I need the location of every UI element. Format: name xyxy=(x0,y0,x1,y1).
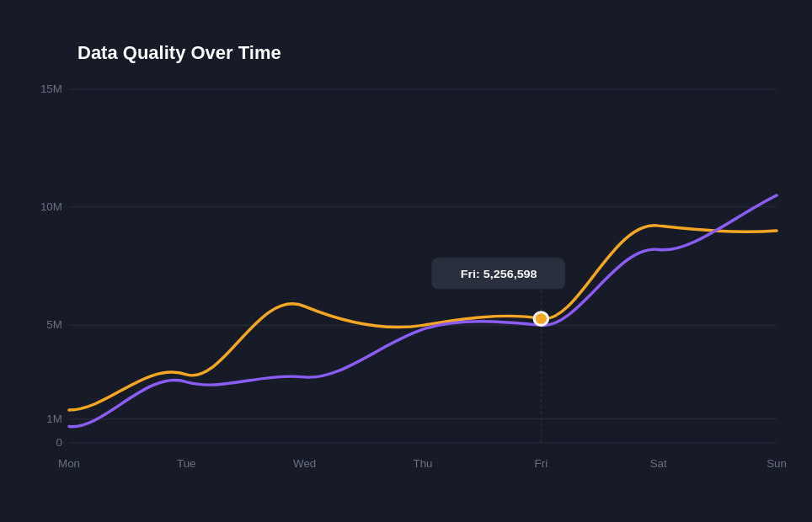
tooltip-text: Fri: 5,256,598 xyxy=(461,267,537,280)
x-label-tue: Tue xyxy=(177,458,195,471)
y-label-15m: 15M xyxy=(40,83,62,95)
x-label-mon: Mon xyxy=(58,458,80,471)
tooltip-dot xyxy=(534,312,548,326)
x-label-sun: Sun xyxy=(767,458,787,471)
x-label-wed: Wed xyxy=(293,458,316,471)
chart-container: Data Quality Over Time 15M 10M 5M 1M 0 M… xyxy=(19,17,793,505)
chart-svg: 15M 10M 5M 1M 0 Mon Tue Wed Thu Fri Sat … xyxy=(69,89,777,443)
purple-line xyxy=(69,195,777,427)
x-label-sat: Sat xyxy=(650,458,667,471)
y-label-5m: 5M xyxy=(46,319,61,332)
chart-area: 15M 10M 5M 1M 0 Mon Tue Wed Thu Fri Sat … xyxy=(69,89,777,443)
x-label-thu: Thu xyxy=(414,458,433,471)
chart-title: Data Quality Over Time xyxy=(77,42,777,64)
orange-line xyxy=(69,226,777,410)
y-label-10m: 10M xyxy=(40,200,62,213)
y-label-0: 0 xyxy=(56,436,61,449)
x-label-fri: Fri xyxy=(535,458,548,471)
y-label-1m: 1M xyxy=(46,413,61,425)
